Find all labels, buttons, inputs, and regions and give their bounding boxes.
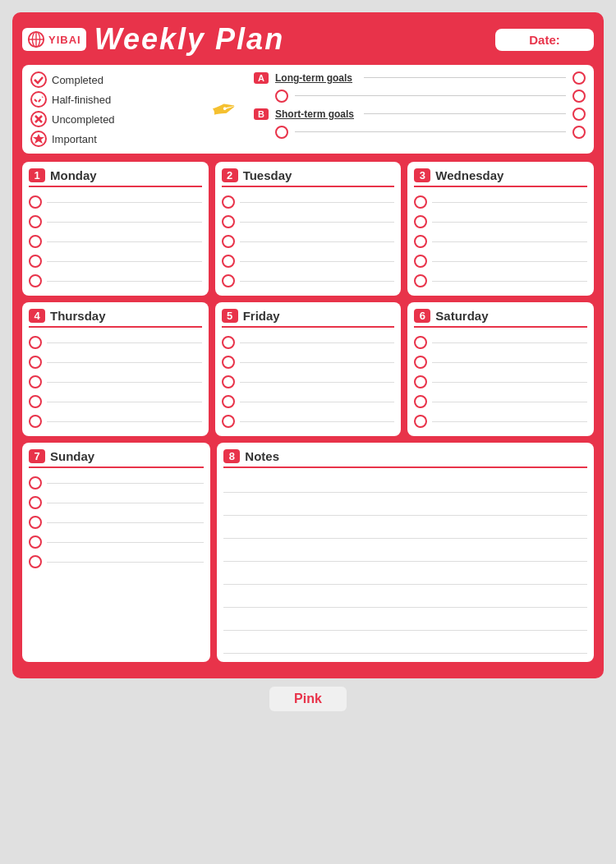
task-circle[interactable] <box>222 274 235 287</box>
task-line <box>47 202 202 203</box>
task-circle[interactable] <box>29 535 42 549</box>
day-number-sunday: 7 <box>29 449 45 463</box>
day-number-tuesday: 2 <box>222 168 238 182</box>
day-name-monday: Monday <box>50 168 97 182</box>
task-circle[interactable] <box>414 255 427 268</box>
task-circle[interactable] <box>222 235 235 248</box>
notes-number: 8 <box>223 449 240 463</box>
goal-row-a: A Long-term goals <box>254 71 586 85</box>
day-number-thursday: 4 <box>29 309 45 323</box>
task-line <box>240 261 395 262</box>
notes-line <box>223 544 587 562</box>
notes-header: 8Notes <box>223 449 587 468</box>
task-line <box>47 261 202 262</box>
task-row <box>29 393 202 410</box>
task-circle[interactable] <box>222 395 235 408</box>
task-circle[interactable] <box>29 255 42 268</box>
task-row <box>222 214 395 230</box>
task-circle[interactable] <box>222 415 235 428</box>
logo-box: YIBAI <box>22 28 86 51</box>
task-line <box>47 402 202 402</box>
task-row <box>414 253 587 269</box>
day-card-thursday: 4Thursday <box>22 302 209 436</box>
pen-icon: ✒ <box>208 91 241 128</box>
task-circle[interactable] <box>29 356 42 369</box>
task-line <box>240 402 395 402</box>
task-circle[interactable] <box>29 336 42 349</box>
task-circle[interactable] <box>29 235 42 248</box>
task-circle[interactable] <box>414 215 427 228</box>
notes-line <box>223 590 587 608</box>
task-circle[interactable] <box>222 356 235 369</box>
goal-label-a: Long-term goals <box>275 72 357 84</box>
task-circle[interactable] <box>29 375 42 388</box>
goal-row-b: B Short-term goals <box>254 108 586 121</box>
planner: YIBAI Weekly Plan Date: Completed <box>12 12 604 678</box>
task-circle[interactable] <box>29 395 42 408</box>
task-circle[interactable] <box>29 555 42 568</box>
task-circle[interactable] <box>29 476 42 489</box>
goal-circle-b2[interactable] <box>275 126 288 139</box>
task-row <box>29 514 204 531</box>
svg-marker-10 <box>33 134 44 144</box>
goal-line-a2 <box>295 95 566 96</box>
notes-line <box>223 475 587 493</box>
color-label: Pink <box>269 687 347 711</box>
date-box[interactable]: Date: <box>495 29 594 51</box>
task-row <box>222 393 395 410</box>
task-row <box>414 233 587 250</box>
task-circle[interactable] <box>29 195 42 209</box>
task-line <box>47 542 204 543</box>
task-line <box>432 222 587 223</box>
task-circle[interactable] <box>222 215 235 228</box>
task-circle[interactable] <box>29 496 42 509</box>
task-row <box>414 393 587 410</box>
goal-circle-b[interactable] <box>572 108 586 121</box>
day-number-saturday: 6 <box>414 309 430 323</box>
task-line <box>432 421 587 422</box>
goal-circle-a[interactable] <box>572 71 586 85</box>
task-circle[interactable] <box>222 195 235 209</box>
task-circle[interactable] <box>414 415 427 428</box>
task-circle[interactable] <box>414 274 427 287</box>
uncompleted-icon <box>30 111 47 127</box>
task-circle[interactable] <box>414 395 427 408</box>
goal-circle-b3[interactable] <box>572 126 586 139</box>
day-header-wednesday: 3Wednesday <box>414 168 587 187</box>
day-card-saturday: 6Saturday <box>407 302 594 436</box>
task-circle[interactable] <box>29 215 42 228</box>
task-circle[interactable] <box>29 274 42 287</box>
task-circle[interactable] <box>222 336 235 349</box>
task-circle[interactable] <box>29 516 42 529</box>
notes-line <box>223 498 587 516</box>
goals-col: A Long-term goals B Short-term goals <box>254 71 586 147</box>
day-number-wednesday: 3 <box>414 168 430 182</box>
task-circle[interactable] <box>29 415 42 428</box>
task-circle[interactable] <box>414 195 427 209</box>
day-name-friday: Friday <box>243 309 280 323</box>
task-circle[interactable] <box>222 375 235 388</box>
task-row <box>29 273 202 289</box>
task-line <box>240 362 395 363</box>
task-circle[interactable] <box>222 255 235 268</box>
task-row <box>29 233 202 250</box>
task-line <box>47 562 204 563</box>
task-line <box>47 382 202 383</box>
task-row <box>29 494 204 511</box>
task-circle[interactable] <box>414 375 427 388</box>
task-row <box>414 354 587 370</box>
legend-half-finished: Half-finished <box>30 91 195 108</box>
task-circle[interactable] <box>414 235 427 248</box>
day-header-monday: 1Monday <box>29 168 202 187</box>
task-circle[interactable] <box>414 336 427 349</box>
day-card-friday: 5Friday <box>215 302 402 436</box>
goal-entry-row-a <box>254 90 586 103</box>
day-card-wednesday: 3Wednesday <box>407 162 594 296</box>
goal-circle-a2[interactable] <box>275 90 288 103</box>
goal-circle-a3[interactable] <box>572 90 586 103</box>
completed-label: Completed <box>52 74 103 86</box>
task-line <box>240 241 395 242</box>
task-circle[interactable] <box>414 356 427 369</box>
header: YIBAI Weekly Plan Date: <box>22 22 594 57</box>
header-left: YIBAI Weekly Plan <box>22 22 284 57</box>
